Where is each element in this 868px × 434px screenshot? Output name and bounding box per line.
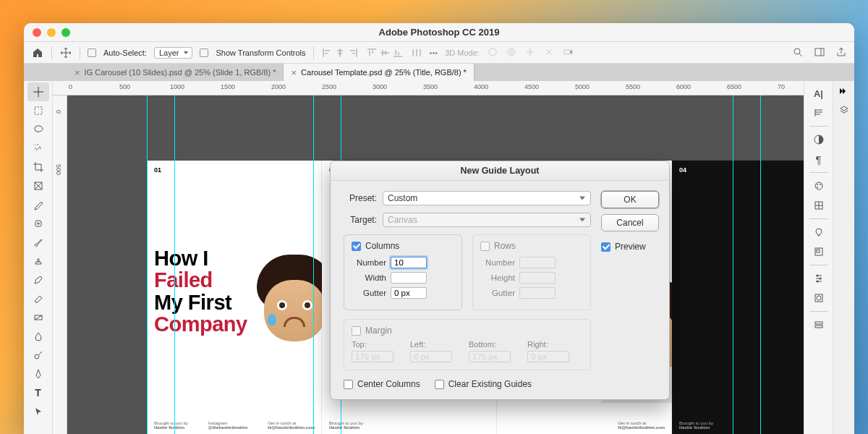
rows-checkbox[interactable] [480,242,490,251]
align-bottom-icon[interactable] [392,46,404,59]
auto-select-checkbox[interactable] [88,48,96,57]
3d-pan-icon[interactable] [524,46,536,59]
margin-bottom-input[interactable] [469,351,511,362]
columns-width-input[interactable] [391,272,427,284]
svg-point-1 [508,48,515,56]
vertical-ruler[interactable]: 0 500 [53,95,67,434]
rows-gutter-input[interactable] [519,287,556,299]
margin-right-input[interactable] [527,351,569,362]
blur-tool[interactable] [27,327,49,346]
close-window-button[interactable] [33,28,41,37]
more-icon[interactable]: ••• [430,48,438,57]
slide-credits: Get in touch athi@hashiribrahim.com [504,421,665,430]
ruler-tick: 5000 [575,83,590,90]
preview-checkbox[interactable] [601,242,610,252]
close-tab-icon[interactable]: × [75,67,80,78]
3d-roll-icon[interactable] [506,46,517,59]
tab-label: IG Carousel (10 Slides).psd @ 25% (Slide… [85,68,276,77]
distribute-icon[interactable] [411,46,422,59]
eyedropper-tool[interactable] [27,195,49,214]
ruler-tick: 1500 [221,83,235,90]
magic-wand-tool[interactable] [27,139,49,158]
align-center-v-icon[interactable] [379,46,391,59]
3d-camera-icon[interactable] [562,46,574,59]
brush-tool[interactable] [27,233,49,252]
properties-panel-icon[interactable] [809,269,828,288]
guide[interactable] [174,95,175,434]
healing-tool[interactable] [27,214,49,233]
clear-guides-checkbox[interactable] [435,380,444,389]
tab-carousel-template[interactable]: × Carousel Template.psd @ 25% (Title, RG… [284,64,474,81]
rows-gutter-label: Gutter [480,289,515,297]
expand-panels-icon[interactable] [838,85,850,100]
columns-number-input[interactable] [391,257,427,268]
margin-left-input[interactable] [410,351,452,362]
eraser-tool[interactable] [27,289,49,308]
svg-rect-25 [815,326,822,328]
columns-label: Columns [365,241,399,251]
minimize-window-button[interactable] [47,28,56,37]
move-tool-icon[interactable] [59,46,72,59]
align-left-icon[interactable] [321,46,333,59]
3d-mode-label: 3D Mode: [445,48,480,57]
learn-panel-icon[interactable] [809,223,828,242]
columns-checkbox[interactable] [352,242,361,251]
target-select[interactable]: Canvas [383,213,591,227]
history-brush-tool[interactable] [27,271,49,289]
show-transform-checkbox[interactable] [200,48,208,57]
layers-panel-icon[interactable] [838,104,850,119]
rows-height-input[interactable] [519,272,556,284]
columns-gutter-input[interactable] [391,287,427,299]
layer-select[interactable]: Layer [154,47,193,59]
svg-rect-6 [35,107,42,114]
glyphs-panel-icon[interactable]: ¶ [809,150,828,169]
color-panel-icon[interactable] [809,176,828,195]
history-panel-icon[interactable] [809,315,828,334]
svg-point-10 [35,354,39,359]
close-tab-icon[interactable]: × [291,67,297,78]
align-icons [321,46,422,59]
tab-ig-carousel[interactable]: × IG Carousel (10 Slides).psd @ 25% (Sli… [67,64,284,81]
preset-select[interactable]: Custom [383,191,591,205]
move-tool[interactable] [27,82,49,101]
share-icon[interactable] [835,46,847,59]
maximize-window-button[interactable] [61,28,70,37]
guide[interactable] [313,95,314,434]
margin-top-input[interactable] [352,351,393,362]
align-right-icon[interactable] [347,46,359,59]
type-tool[interactable]: T [27,383,49,402]
guide[interactable] [733,95,733,434]
marquee-tool[interactable] [27,101,49,120]
crop-tool[interactable] [27,158,49,176]
guide[interactable] [147,95,148,434]
mask-panel-icon[interactable] [809,289,828,307]
cancel-button[interactable]: Cancel [601,214,659,231]
character-panel-icon[interactable]: A| [809,84,828,103]
rows-number-input[interactable] [519,257,556,268]
dodge-tool[interactable] [27,346,49,365]
adjustments-panel-icon[interactable] [809,130,828,149]
path-selection-tool[interactable] [27,402,49,421]
clone-stamp-tool[interactable] [27,252,49,271]
ok-button[interactable]: OK [601,191,659,208]
workspace-icon[interactable] [814,46,825,59]
align-top-icon[interactable] [366,46,378,59]
margin-bottom-label: Bottom: [469,340,524,349]
lasso-tool[interactable] [27,120,49,139]
3d-orbit-icon[interactable] [487,46,498,59]
libraries-panel-icon[interactable] [809,242,828,261]
home-icon[interactable] [31,46,44,59]
slide-number: 01 [154,166,161,174]
pen-tool[interactable] [27,365,49,383]
search-icon[interactable] [792,46,804,59]
3d-slide-icon[interactable] [543,46,555,59]
frame-tool[interactable] [27,176,49,195]
swatches-panel-icon[interactable] [809,196,828,215]
gradient-tool[interactable] [27,308,49,327]
margin-checkbox[interactable] [352,326,361,336]
paragraph-panel-icon[interactable] [809,103,828,122]
guide[interactable] [760,95,761,434]
horizontal-ruler[interactable]: 0 500 1000 1500 2000 2500 3000 3500 4000… [53,81,804,95]
align-center-h-icon[interactable] [334,46,346,59]
center-columns-checkbox[interactable] [344,380,353,389]
